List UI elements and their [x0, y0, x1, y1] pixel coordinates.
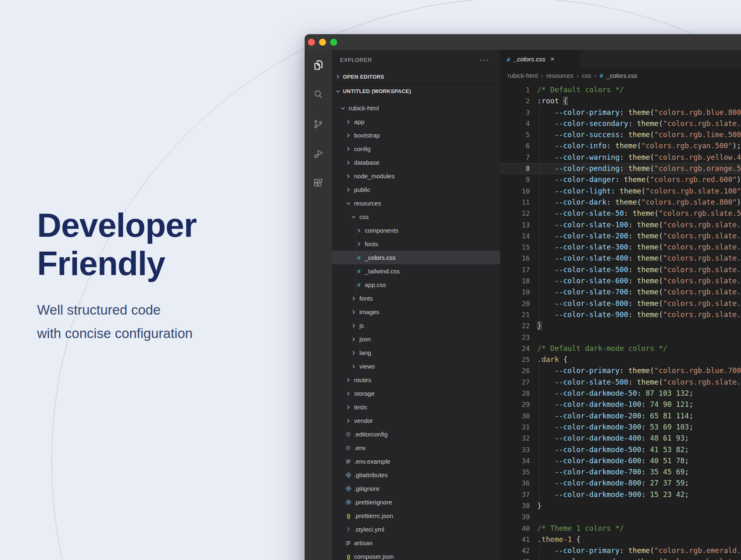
gear-file-icon: ⚙ — [345, 445, 352, 451]
line-number: 6 — [500, 140, 530, 152]
tree-file--editorconfig[interactable]: ⚙.editorconfig — [332, 427, 500, 441]
css-file-icon: # — [355, 282, 363, 288]
tab-colors-css[interactable]: # _colors.css × — [500, 50, 580, 69]
line-number: 40 — [500, 523, 530, 534]
code-text: /* Default colors */ — [530, 84, 624, 96]
run-debug-icon[interactable] — [312, 147, 325, 160]
source-control-icon[interactable] — [312, 117, 325, 131]
tree-item-label: resources — [354, 200, 381, 207]
hero-section: Developer Friendly Well structured code … — [37, 206, 197, 345]
tree-folder-rubick-html[interactable]: rubick-html — [332, 101, 500, 115]
tree-item-label: components — [365, 227, 398, 234]
tree-folder-fonts[interactable]: fonts — [332, 292, 500, 305]
tree-folder-app[interactable]: app — [332, 115, 500, 128]
line-number: 21 — [500, 309, 530, 320]
css-file-icon: # — [507, 56, 510, 63]
tree-file--env-example[interactable]: .env.example — [332, 455, 500, 468]
tree-folder-database[interactable]: database — [332, 156, 500, 169]
tree-folder-storage[interactable]: storage — [332, 387, 500, 400]
code-text: --color-danger: theme("colors.rgb.red.60… — [530, 174, 741, 185]
code-editor[interactable]: 1/* Default colors */2:root {3--color-pr… — [500, 82, 741, 560]
code-line-26: 26--color-primary: theme("colors.rgb.blu… — [500, 365, 741, 376]
code-line-24: 24/* Default dark-mode colors */ — [500, 343, 741, 354]
breadcrumb-item[interactable]: rubick-html — [508, 72, 538, 79]
tree-file--prettierignore[interactable]: .prettierignore — [332, 495, 500, 509]
open-editors-section[interactable]: OPEN EDITORS — [332, 70, 500, 84]
explorer-icon[interactable] — [312, 58, 325, 71]
line-number: 13 — [500, 219, 530, 231]
indent-guide — [539, 298, 540, 309]
code-text: /* Theme 1 colors */ — [530, 523, 624, 534]
breadcrumb-separator: › — [541, 72, 543, 79]
extensions-icon[interactable] — [312, 177, 325, 190]
code-text: --color-slate-900: theme("colors.rgb.sla… — [530, 309, 741, 320]
tree-file-composer-json[interactable]: { }composer.json — [332, 550, 500, 560]
tree-folder-bootstrap[interactable]: bootstrap — [332, 128, 500, 142]
indent-guide — [539, 287, 540, 298]
code-line-3: 3--color-primary: theme("colors.rgb.blue… — [500, 107, 741, 118]
tree-folder-images[interactable]: images — [332, 305, 500, 319]
tree-folder-css[interactable]: css — [332, 210, 500, 224]
tree-folder-resources[interactable]: resources — [332, 196, 500, 210]
tree-item-label: _tailwind.css — [365, 268, 400, 275]
code-line-10: 10--color-light: theme("colors.rgb.slate… — [500, 186, 741, 197]
search-icon[interactable] — [312, 88, 325, 101]
tree-file--colors-css[interactable]: #_colors.css — [332, 251, 500, 264]
code-text — [530, 511, 537, 523]
code-line-27: 27--color-slate-500: theme("colors.rgb.s… — [500, 377, 741, 388]
breadcrumb-item[interactable]: resources — [546, 72, 573, 79]
tree-item-label: css — [359, 213, 369, 220]
traffic-light-minimize[interactable] — [319, 39, 326, 46]
breadcrumb-item[interactable]: css — [582, 72, 592, 79]
indent-guide — [539, 444, 540, 455]
line-number: 22 — [500, 320, 530, 331]
line-number: 42 — [500, 545, 530, 556]
window-titlebar[interactable] — [305, 34, 741, 50]
line-number: 26 — [500, 365, 530, 376]
editor-area: # _colors.css × rubick-html›resources›cs… — [500, 50, 741, 560]
code-line-35: 35--color-darkmode-700: 35 45 69; — [500, 467, 741, 478]
tree-file--styleci-yml[interactable]: !.styleci.yml — [332, 523, 500, 536]
tree-folder-public[interactable]: public — [332, 183, 500, 196]
indent-guide — [539, 467, 540, 478]
hero-subtitle: Well structured code with concise config… — [37, 298, 197, 345]
tree-folder-fonts[interactable]: fonts — [332, 237, 500, 251]
code-line-15: 15--color-slate-300: theme("colors.rgb.s… — [500, 242, 741, 253]
css-file-icon: # — [600, 72, 603, 79]
tree-folder-components[interactable]: components — [332, 224, 500, 237]
tree-file--gitignore[interactable]: .gitignore — [332, 482, 500, 495]
tree-folder-lang[interactable]: lang — [332, 346, 500, 359]
traffic-light-zoom[interactable] — [330, 39, 337, 46]
code-text: --color-slate-800: theme("colors.rgb.sla… — [530, 298, 741, 309]
line-number: 12 — [500, 208, 530, 219]
tree-file--tailwind-css[interactable]: #_tailwind.css — [332, 264, 500, 278]
tree-folder-js[interactable]: js — [332, 319, 500, 332]
tree-folder-node-modules[interactable]: node_modules — [332, 169, 500, 183]
tree-file-app-css[interactable]: #app.css — [332, 278, 500, 292]
tree-file--env[interactable]: ⚙.env — [332, 441, 500, 455]
indent-guide — [539, 388, 540, 399]
traffic-light-close[interactable] — [308, 39, 315, 46]
code-line-41: 41.theme-1 { — [500, 534, 741, 545]
explorer-more-actions-icon[interactable]: ··· — [480, 55, 489, 64]
indent-guide — [539, 152, 540, 163]
tree-folder-tests[interactable]: tests — [332, 400, 500, 414]
tree-folder-config[interactable]: config — [332, 142, 500, 156]
tree-file-artisan[interactable]: artisan — [332, 536, 500, 550]
tree-item-label: artisan — [354, 539, 373, 546]
tree-folder-views[interactable]: views — [332, 359, 500, 373]
tree-folder-vendor[interactable]: vendor — [332, 414, 500, 427]
line-number: 27 — [500, 377, 530, 388]
line-number: 1 — [500, 84, 530, 96]
workspace-section[interactable]: UNTITLED (WORKSPACE) — [332, 84, 500, 98]
code-line-1: 1/* Default colors */ — [500, 84, 741, 96]
close-icon[interactable]: × — [550, 55, 555, 63]
breadcrumb-file[interactable]: _colors.css — [606, 72, 637, 79]
indent-guide — [539, 140, 540, 152]
tree-file--gitattributes[interactable]: .gitattributes — [332, 468, 500, 482]
code-line-17: 17--color-slate-500: theme("colors.rgb.s… — [500, 264, 741, 275]
tree-folder-routes[interactable]: routes — [332, 373, 500, 387]
chevron-right-icon — [345, 187, 352, 193]
tree-file--prettierrc-json[interactable]: { }.prettierrc.json — [332, 509, 500, 523]
tree-folder-json[interactable]: json — [332, 332, 500, 346]
